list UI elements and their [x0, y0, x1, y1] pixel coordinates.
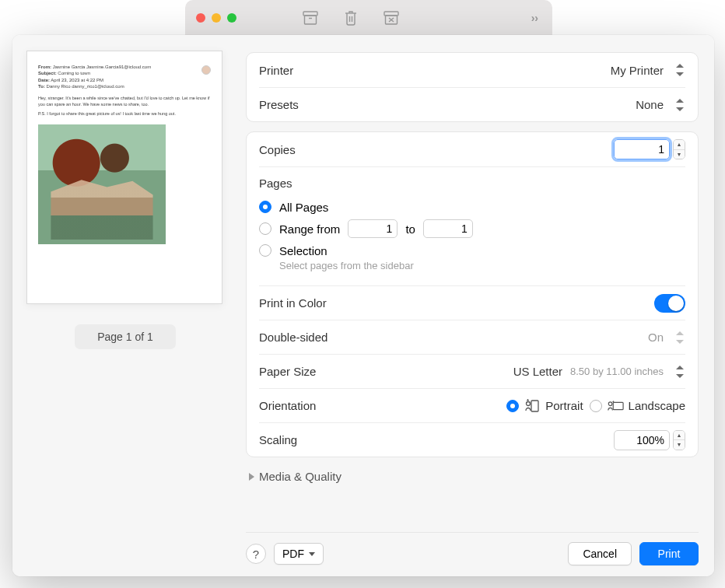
preview-pane: From: Jasmine Garcia Jasmine.Garcia91@ic…: [12, 35, 238, 576]
radio-icon: [590, 400, 602, 412]
radio-icon: [259, 222, 271, 235]
pdf-menu-button[interactable]: PDF: [274, 543, 324, 565]
copies-stepper[interactable]: ▲▼: [673, 139, 685, 159]
parent-window-toolbar: ››: [185, 0, 552, 35]
svg-rect-1: [305, 16, 317, 24]
popup-arrows-icon: [674, 331, 685, 344]
orientation-landscape-option[interactable]: Landscape: [590, 399, 685, 413]
help-button[interactable]: ?: [246, 544, 266, 564]
trash-icon[interactable]: [342, 9, 359, 26]
junk-icon[interactable]: [383, 9, 400, 26]
portrait-icon: [524, 399, 541, 413]
scaling-label: Scaling: [259, 433, 297, 446]
paper-size-dims: 8.50 by 11.00 inches: [570, 366, 664, 377]
printer-presets-card: Printer My Printer Presets None: [246, 52, 699, 122]
paper-size-row[interactable]: Paper Size US Letter 8.50 by 11.00 inche…: [259, 354, 685, 388]
pages-selection-option[interactable]: Selection: [259, 240, 685, 261]
copies-label: Copies: [259, 143, 296, 156]
printer-row[interactable]: Printer My Printer: [259, 53, 685, 87]
scaling-stepper[interactable]: ▲▼: [673, 430, 685, 450]
orientation-landscape-label: Landscape: [629, 399, 685, 412]
print-in-color-label: Print in Color: [259, 296, 327, 310]
printer-value: My Printer: [611, 64, 664, 77]
print-in-color-toggle[interactable]: [654, 294, 685, 313]
popup-arrows-icon: [674, 366, 685, 378]
radio-icon: [259, 244, 271, 257]
print-dialog: From: Jasmine Garcia Jasmine.Garcia91@ic…: [12, 35, 714, 576]
preview-body-2: P.S. I forgot to share this great pictur…: [38, 110, 211, 117]
page-indicator: Page 1 of 1: [75, 324, 176, 349]
copies-row: Copies ▲▼: [259, 132, 685, 166]
minimize-window-button[interactable]: [212, 13, 221, 23]
svg-rect-9: [531, 401, 538, 411]
presets-label: Presets: [259, 98, 299, 111]
dialog-footer: ? PDF Cancel Print: [246, 532, 699, 565]
orientation-label: Orientation: [259, 399, 316, 412]
chevron-down-icon: [309, 552, 315, 556]
preview-date: April 23, 2023 at 4:22 PM: [51, 78, 103, 82]
pages-selection-label: Selection: [279, 244, 327, 257]
presets-row[interactable]: Presets None: [259, 87, 685, 121]
copies-input[interactable]: [614, 139, 670, 159]
media-quality-label: Media & Quality: [259, 470, 341, 483]
preview-to-label: To:: [38, 84, 45, 89]
svg-rect-5: [384, 12, 398, 16]
printer-label: Printer: [259, 64, 293, 77]
popup-arrows-icon: [674, 64, 685, 76]
svg-rect-0: [303, 12, 317, 16]
presets-value: None: [636, 98, 664, 111]
pages-all-label: All Pages: [279, 201, 328, 214]
preview-page: From: Jasmine Garcia Jasmine.Garcia91@ic…: [26, 51, 222, 304]
range-from-input[interactable]: [348, 219, 398, 238]
preview-subject-label: Subject:: [38, 71, 57, 75]
media-quality-disclosure[interactable]: Media & Quality: [246, 457, 699, 488]
pages-all-option[interactable]: All Pages: [259, 196, 685, 218]
orientation-row: Orientation Portrait: [259, 388, 685, 422]
cancel-button[interactable]: Cancel: [568, 542, 632, 565]
paper-size-value: US Letter: [513, 365, 562, 378]
double-sided-value: On: [648, 331, 664, 344]
print-options-card: Copies ▲▼ Pages All Pages Range from: [246, 131, 699, 457]
radio-icon: [259, 201, 271, 213]
avatar-icon: [201, 65, 211, 75]
chevron-right-icon: [249, 473, 254, 481]
print-in-color-row: Print in Color: [259, 285, 685, 320]
archive-icon[interactable]: [302, 9, 319, 26]
svg-point-10: [527, 401, 531, 405]
pages-range-prefix: Range from: [279, 222, 340, 236]
svg-point-12: [608, 401, 612, 405]
popup-arrows-icon: [674, 99, 685, 111]
preview-from-label: From:: [38, 65, 51, 69]
orientation-portrait-option[interactable]: Portrait: [506, 399, 583, 413]
scaling-row: Scaling ▲▼: [259, 422, 685, 457]
print-button[interactable]: Print: [639, 542, 699, 565]
svg-rect-11: [613, 402, 623, 409]
preview-body-1: Hey, stranger. It's been a while since w…: [38, 95, 211, 108]
close-window-button[interactable]: [196, 13, 205, 23]
overflow-icon[interactable]: ››: [531, 12, 538, 24]
double-sided-label: Double-sided: [259, 331, 327, 344]
pdf-label: PDF: [282, 548, 304, 560]
pages-range-to-label: to: [405, 222, 415, 236]
landscape-icon: [607, 399, 624, 413]
preview-to: Danny Rico danny_rico1@icloud.com: [47, 84, 124, 89]
radio-icon: [506, 400, 519, 412]
pages-range-option[interactable]: Range from to: [259, 218, 685, 240]
orientation-portrait-label: Portrait: [545, 399, 583, 412]
zoom-window-button[interactable]: [227, 13, 236, 23]
preview-subject: Coming to town: [58, 71, 90, 75]
preview-photo: [38, 124, 166, 244]
paper-size-label: Paper Size: [259, 365, 316, 378]
pages-label: Pages: [259, 177, 685, 190]
scaling-input[interactable]: [614, 430, 670, 450]
pages-selection-hint: Select pages from the sidebar: [279, 260, 685, 271]
double-sided-row[interactable]: Double-sided On: [259, 320, 685, 354]
range-to-input[interactable]: [423, 219, 473, 238]
window-controls: [196, 13, 236, 23]
preview-from: Jasmine Garcia Jasmine.Garcia91@icloud.c…: [53, 65, 151, 69]
